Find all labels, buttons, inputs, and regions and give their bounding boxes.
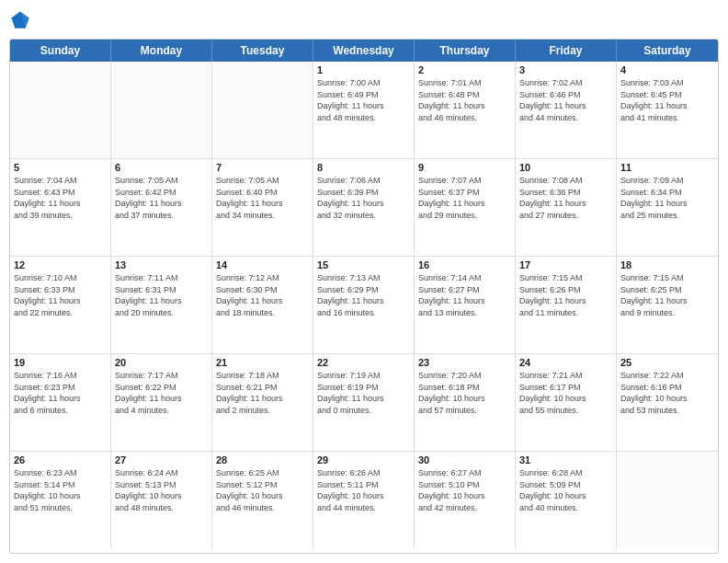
day-info: Sunrise: 7:21 AM Sunset: 6:17 PM Dayligh… — [519, 370, 612, 416]
calendar-body: 1Sunrise: 7:00 AM Sunset: 6:49 PM Daylig… — [10, 62, 718, 549]
day-number: 15 — [317, 259, 410, 270]
day-info: Sunrise: 7:11 AM Sunset: 6:31 PM Dayligh… — [115, 272, 208, 318]
day-info: Sunrise: 7:07 AM Sunset: 6:37 PM Dayligh… — [418, 175, 511, 221]
day-number: 10 — [519, 162, 612, 173]
day-info: Sunrise: 7:10 AM Sunset: 6:33 PM Dayligh… — [14, 272, 107, 318]
calendar: SundayMondayTuesdayWednesdayThursdayFrid… — [9, 39, 719, 554]
day-number: 22 — [317, 357, 410, 368]
day-number: 6 — [115, 162, 208, 173]
day-info: Sunrise: 6:23 AM Sunset: 5:14 PM Dayligh… — [14, 467, 107, 513]
cal-cell-14: 14Sunrise: 7:12 AM Sunset: 6:30 PM Dayli… — [212, 257, 313, 353]
day-number: 21 — [216, 357, 309, 368]
day-info: Sunrise: 7:01 AM Sunset: 6:48 PM Dayligh… — [418, 77, 511, 123]
day-info: Sunrise: 6:28 AM Sunset: 5:09 PM Dayligh… — [519, 467, 612, 513]
day-number: 14 — [216, 259, 309, 270]
day-info: Sunrise: 7:22 AM Sunset: 6:16 PM Dayligh… — [620, 370, 714, 416]
day-number: 12 — [14, 259, 107, 270]
cal-cell-empty-0-2 — [212, 62, 313, 158]
day-number: 3 — [519, 64, 612, 75]
cal-cell-28: 28Sunrise: 6:25 AM Sunset: 5:12 PM Dayli… — [212, 452, 313, 549]
cal-cell-16: 16Sunrise: 7:14 AM Sunset: 6:27 PM Dayli… — [415, 257, 516, 353]
day-info: Sunrise: 7:15 AM Sunset: 6:25 PM Dayligh… — [620, 272, 714, 318]
day-info: Sunrise: 7:20 AM Sunset: 6:18 PM Dayligh… — [418, 370, 511, 416]
cal-cell-23: 23Sunrise: 7:20 AM Sunset: 6:18 PM Dayli… — [415, 354, 516, 451]
cal-cell-24: 24Sunrise: 7:21 AM Sunset: 6:17 PM Dayli… — [516, 354, 617, 451]
cal-cell-15: 15Sunrise: 7:13 AM Sunset: 6:29 PM Dayli… — [313, 257, 415, 353]
cal-cell-9: 9Sunrise: 7:07 AM Sunset: 6:37 PM Daylig… — [415, 159, 516, 256]
cal-cell-18: 18Sunrise: 7:15 AM Sunset: 6:25 PM Dayli… — [617, 257, 718, 353]
day-number: 24 — [519, 357, 612, 368]
day-number: 8 — [317, 162, 410, 173]
day-info: Sunrise: 7:18 AM Sunset: 6:21 PM Dayligh… — [216, 370, 309, 416]
calendar-header: SundayMondayTuesdayWednesdayThursdayFrid… — [10, 40, 718, 62]
day-info: Sunrise: 7:13 AM Sunset: 6:29 PM Dayligh… — [317, 272, 410, 318]
day-info: Sunrise: 7:06 AM Sunset: 6:39 PM Dayligh… — [317, 175, 410, 221]
weekday-header-sunday: Sunday — [10, 40, 111, 62]
day-info: Sunrise: 7:00 AM Sunset: 6:49 PM Dayligh… — [317, 77, 410, 123]
day-info: Sunrise: 7:17 AM Sunset: 6:22 PM Dayligh… — [115, 370, 208, 416]
day-info: Sunrise: 6:24 AM Sunset: 5:13 PM Dayligh… — [115, 467, 208, 513]
cal-cell-7: 7Sunrise: 7:05 AM Sunset: 6:40 PM Daylig… — [212, 159, 313, 256]
day-number: 16 — [418, 259, 511, 270]
cal-cell-30: 30Sunrise: 6:27 AM Sunset: 5:10 PM Dayli… — [415, 452, 516, 549]
cal-cell-25: 25Sunrise: 7:22 AM Sunset: 6:16 PM Dayli… — [617, 354, 718, 451]
day-number: 23 — [418, 357, 511, 368]
cal-cell-1: 1Sunrise: 7:00 AM Sunset: 6:49 PM Daylig… — [313, 62, 415, 158]
header — [9, 9, 719, 31]
day-number: 25 — [620, 357, 714, 368]
cal-cell-8: 8Sunrise: 7:06 AM Sunset: 6:39 PM Daylig… — [313, 159, 415, 256]
day-info: Sunrise: 6:26 AM Sunset: 5:11 PM Dayligh… — [317, 467, 410, 513]
day-info: Sunrise: 7:05 AM Sunset: 6:40 PM Dayligh… — [216, 175, 309, 221]
day-number: 29 — [317, 454, 410, 465]
day-number: 17 — [519, 259, 612, 270]
day-info: Sunrise: 7:05 AM Sunset: 6:42 PM Dayligh… — [115, 175, 208, 221]
cal-cell-29: 29Sunrise: 6:26 AM Sunset: 5:11 PM Dayli… — [313, 452, 415, 549]
day-info: Sunrise: 7:08 AM Sunset: 6:36 PM Dayligh… — [519, 175, 612, 221]
day-number: 20 — [115, 357, 208, 368]
weekday-header-friday: Friday — [516, 40, 617, 62]
logo-icon — [9, 9, 31, 31]
week-row-5: 26Sunrise: 6:23 AM Sunset: 5:14 PM Dayli… — [10, 452, 718, 549]
logo — [9, 9, 35, 31]
cal-cell-empty-4-6 — [617, 452, 718, 549]
cal-cell-17: 17Sunrise: 7:15 AM Sunset: 6:26 PM Dayli… — [516, 257, 617, 353]
cal-cell-22: 22Sunrise: 7:19 AM Sunset: 6:19 PM Dayli… — [313, 354, 415, 451]
day-number: 4 — [620, 64, 714, 75]
cal-cell-13: 13Sunrise: 7:11 AM Sunset: 6:31 PM Dayli… — [111, 257, 212, 353]
cal-cell-2: 2Sunrise: 7:01 AM Sunset: 6:48 PM Daylig… — [415, 62, 516, 158]
day-number: 7 — [216, 162, 309, 173]
cal-cell-27: 27Sunrise: 6:24 AM Sunset: 5:13 PM Dayli… — [111, 452, 212, 549]
day-info: Sunrise: 7:19 AM Sunset: 6:19 PM Dayligh… — [317, 370, 410, 416]
cal-cell-3: 3Sunrise: 7:02 AM Sunset: 6:46 PM Daylig… — [516, 62, 617, 158]
day-number: 1 — [317, 64, 410, 75]
day-info: Sunrise: 6:27 AM Sunset: 5:10 PM Dayligh… — [418, 467, 511, 513]
day-number: 27 — [115, 454, 208, 465]
day-number: 9 — [418, 162, 511, 173]
weekday-header-thursday: Thursday — [415, 40, 516, 62]
day-number: 5 — [14, 162, 107, 173]
day-info: Sunrise: 7:04 AM Sunset: 6:43 PM Dayligh… — [14, 175, 107, 221]
day-number: 2 — [418, 64, 511, 75]
cal-cell-11: 11Sunrise: 7:09 AM Sunset: 6:34 PM Dayli… — [617, 159, 718, 256]
cal-cell-26: 26Sunrise: 6:23 AM Sunset: 5:14 PM Dayli… — [10, 452, 111, 549]
cal-cell-empty-0-1 — [111, 62, 212, 158]
day-number: 31 — [519, 454, 612, 465]
cal-cell-5: 5Sunrise: 7:04 AM Sunset: 6:43 PM Daylig… — [10, 159, 111, 256]
cal-cell-20: 20Sunrise: 7:17 AM Sunset: 6:22 PM Dayli… — [111, 354, 212, 451]
day-info: Sunrise: 6:25 AM Sunset: 5:12 PM Dayligh… — [216, 467, 309, 513]
cal-cell-10: 10Sunrise: 7:08 AM Sunset: 6:36 PM Dayli… — [516, 159, 617, 256]
day-info: Sunrise: 7:12 AM Sunset: 6:30 PM Dayligh… — [216, 272, 309, 318]
weekday-header-wednesday: Wednesday — [313, 40, 415, 62]
day-info: Sunrise: 7:16 AM Sunset: 6:23 PM Dayligh… — [14, 370, 107, 416]
day-info: Sunrise: 7:03 AM Sunset: 6:45 PM Dayligh… — [620, 77, 714, 123]
cal-cell-6: 6Sunrise: 7:05 AM Sunset: 6:42 PM Daylig… — [111, 159, 212, 256]
day-info: Sunrise: 7:15 AM Sunset: 6:26 PM Dayligh… — [519, 272, 612, 318]
weekday-header-tuesday: Tuesday — [212, 40, 313, 62]
cal-cell-21: 21Sunrise: 7:18 AM Sunset: 6:21 PM Dayli… — [212, 354, 313, 451]
day-info: Sunrise: 7:09 AM Sunset: 6:34 PM Dayligh… — [620, 175, 714, 221]
day-number: 26 — [14, 454, 107, 465]
day-number: 13 — [115, 259, 208, 270]
week-row-3: 12Sunrise: 7:10 AM Sunset: 6:33 PM Dayli… — [10, 257, 718, 354]
day-number: 28 — [216, 454, 309, 465]
week-row-4: 19Sunrise: 7:16 AM Sunset: 6:23 PM Dayli… — [10, 354, 718, 452]
